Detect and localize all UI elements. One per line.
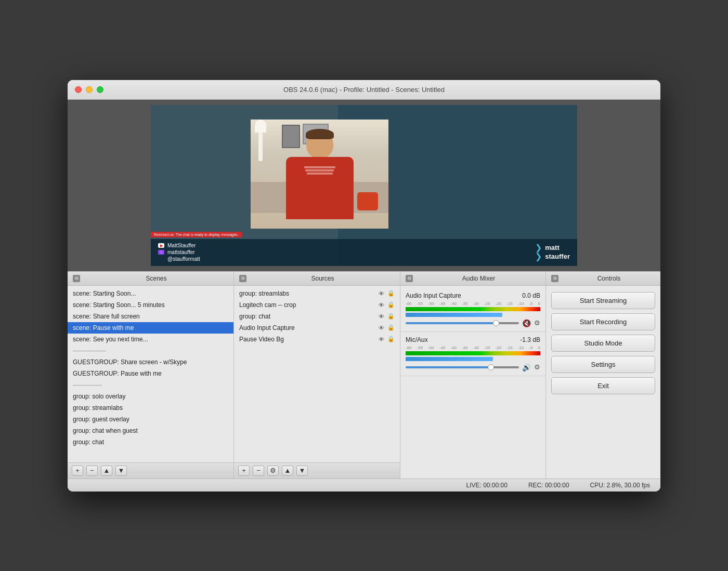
- audio-mic-thumb[interactable]: [488, 364, 494, 370]
- scene-list-item[interactable]: group: solo overlay: [68, 391, 233, 402]
- studio-mode-button[interactable]: Studio Mode: [551, 335, 655, 352]
- scenes-list[interactable]: scene: Starting Soon...scene: Starting S…: [68, 286, 233, 462]
- sources-list[interactable]: group: streamlabs 👁 🔒 Logitech cam -- cr…: [234, 286, 400, 462]
- visibility-icon[interactable]: 👁: [379, 313, 384, 320]
- audio-input-meter-labels: -60-55-50-45-40-35-30-25-20-15-10-50: [406, 301, 540, 306]
- scenes-panel-header: ⊟ Scenes: [68, 272, 233, 286]
- audio-input-mute-button[interactable]: 🔇: [522, 319, 531, 327]
- source-icons: 👁 🔒: [379, 324, 395, 331]
- scenes-add-button[interactable]: +: [72, 466, 83, 476]
- close-button[interactable]: [75, 86, 82, 93]
- sources-panel-header: ⊟ Sources: [234, 272, 400, 286]
- statusbar: LIVE: 00:00:00 REC: 00:00:00 CPU: 2.8%, …: [68, 479, 660, 492]
- scene-list-item[interactable]: GUESTGROUP: Share screen - w/Skype: [68, 356, 233, 368]
- scene-list-item[interactable]: scene: See you next time...: [68, 334, 233, 345]
- sources-panel-title: Sources: [251, 275, 395, 282]
- controls-panel-title: Controls: [563, 275, 655, 282]
- social-twitch: t mattstauffer: [158, 249, 200, 255]
- sources-down-button[interactable]: ▼: [296, 466, 308, 476]
- audio-input-db: 0.0 dB: [522, 292, 540, 299]
- source-label: group: chat: [239, 313, 270, 320]
- audio-input-meter: [406, 307, 540, 311]
- lock-icon[interactable]: 🔒: [387, 336, 395, 342]
- preview-area: ▶ MattStauffer t mattstauffer @staufform…: [68, 100, 660, 271]
- audio-track-mic-header: Mic/Aux -1.3 dB: [406, 336, 540, 343]
- scene-list-item[interactable]: scene: Share full screen: [68, 311, 233, 322]
- audio-mic-settings-button[interactable]: ⚙: [534, 363, 540, 371]
- rec-status: REC: 00:00:00: [528, 482, 569, 489]
- audio-mixer-title: Audio Mixer: [417, 275, 540, 282]
- scenes-up-button[interactable]: ▲: [101, 466, 112, 476]
- scenes-panel: ⊟ Scenes scene: Starting Soon...scene: S…: [68, 272, 234, 479]
- traffic-lights: [75, 86, 103, 93]
- visibility-icon[interactable]: 👁: [379, 302, 384, 308]
- start-recording-button[interactable]: Start Recording: [551, 313, 655, 330]
- source-icons: 👁 🔒: [379, 313, 395, 320]
- audio-input-settings-button[interactable]: ⚙: [534, 319, 540, 327]
- source-list-item[interactable]: Audio Input Capture 👁 🔒: [234, 322, 400, 334]
- main-window: OBS 24.0.6 (mac) - Profile: Untitled - S…: [68, 80, 660, 492]
- source-icons: 👁 🔒: [379, 290, 395, 297]
- sources-toolbar: + − ⚙ ▲ ▼: [234, 462, 400, 479]
- scene-list-item[interactable]: scene: Pause with me: [68, 322, 233, 334]
- audio-mic-level: [406, 357, 493, 361]
- source-label: Pause Video Bg: [239, 336, 284, 343]
- source-icons: 👁 🔒: [379, 301, 395, 308]
- audio-track-input-header: Audio Input Capture 0.0 dB: [406, 292, 540, 299]
- audio-mic-meter-labels: -60-55-50-45-40-35-30-25-20-15-10-50: [406, 346, 540, 350]
- scene-list-item[interactable]: group: streamlabs: [68, 402, 233, 414]
- lock-icon[interactable]: 🔒: [387, 290, 395, 297]
- visibility-icon[interactable]: 👁: [379, 336, 384, 342]
- minimize-button[interactable]: [86, 86, 93, 93]
- lock-icon[interactable]: 🔒: [387, 313, 395, 320]
- audio-mic-slider[interactable]: [406, 366, 519, 368]
- sources-settings-button[interactable]: ⚙: [267, 466, 279, 476]
- sources-lock-icon: ⊟: [239, 275, 246, 282]
- scene-list-item[interactable]: GUESTGROUP: Pause with me: [68, 368, 233, 379]
- visibility-icon[interactable]: 👁: [379, 290, 384, 297]
- audio-input-slider[interactable]: [406, 322, 519, 324]
- source-list-item[interactable]: Pause Video Bg 👁 🔒: [234, 334, 400, 345]
- scene-list-item[interactable]: group: chat when guest: [68, 425, 233, 436]
- scenes-down-button[interactable]: ▼: [115, 466, 127, 476]
- audio-mic-volume-control[interactable]: 🔊 ⚙: [406, 363, 540, 371]
- scene-list-item[interactable]: scene: Starting Soon... 5 minutes: [68, 299, 233, 311]
- webcam-feed: [251, 119, 388, 229]
- social-youtube: ▶ MattStauffer: [158, 243, 200, 248]
- lock-icon[interactable]: 🔒: [387, 301, 395, 308]
- controls-buttons-area: Start StreamingStart RecordingStudio Mod…: [546, 286, 660, 479]
- lock-icon[interactable]: 🔒: [387, 324, 395, 331]
- scene-list-item[interactable]: scene: Starting Soon...: [68, 288, 233, 299]
- exit-button[interactable]: Exit: [551, 377, 655, 394]
- scene-list-item[interactable]: group: chat: [68, 436, 233, 448]
- scene-list-item[interactable]: group: guest overlay: [68, 414, 233, 425]
- audio-input-thumb[interactable]: [493, 320, 499, 326]
- audio-input-volume-control[interactable]: 🔇 ⚙: [406, 319, 540, 327]
- sources-up-button[interactable]: ▲: [282, 466, 293, 476]
- restream-badge: Restream.io: The chat is ready to displa…: [151, 232, 242, 237]
- source-list-item[interactable]: group: streamlabs 👁 🔒: [234, 288, 400, 299]
- audio-mic-db: -1.3 dB: [520, 336, 540, 343]
- scenes-lock-icon: ⊟: [73, 275, 80, 282]
- source-label: Logitech cam -- crop: [239, 301, 296, 309]
- scene-list-item[interactable]: ----------------: [68, 345, 233, 356]
- scene-list-item[interactable]: --------------: [68, 379, 233, 391]
- visibility-icon[interactable]: 👁: [379, 325, 384, 331]
- audio-mixer-panel: ⊟ Audio Mixer Audio Input Capture 0.0 dB…: [400, 272, 546, 479]
- audio-mic-mute-button[interactable]: 🔊: [522, 363, 531, 371]
- scenes-remove-button[interactable]: −: [86, 466, 98, 476]
- settings-button[interactable]: Settings: [551, 356, 655, 373]
- audio-input-level: [406, 313, 502, 317]
- source-list-item[interactable]: group: chat 👁 🔒: [234, 311, 400, 322]
- controls-panel: ⊟ Controls Start StreamingStart Recordin…: [546, 272, 660, 479]
- sources-panel: ⊟ Sources group: streamlabs 👁 🔒 Logitech…: [234, 272, 400, 479]
- audio-input-label: Audio Input Capture: [406, 292, 461, 299]
- audio-tracks: Audio Input Capture 0.0 dB -60-55-50-45-…: [400, 286, 545, 479]
- sources-remove-button[interactable]: −: [253, 466, 264, 476]
- source-list-item[interactable]: Logitech cam -- crop 👁 🔒: [234, 299, 400, 311]
- sources-add-button[interactable]: +: [238, 466, 250, 476]
- start-streaming-button[interactable]: Start Streaming: [551, 292, 655, 309]
- scenes-panel-title: Scenes: [84, 275, 228, 282]
- fullscreen-button[interactable]: [97, 86, 103, 93]
- audio-mixer-panel-header: ⊟ Audio Mixer: [400, 272, 545, 286]
